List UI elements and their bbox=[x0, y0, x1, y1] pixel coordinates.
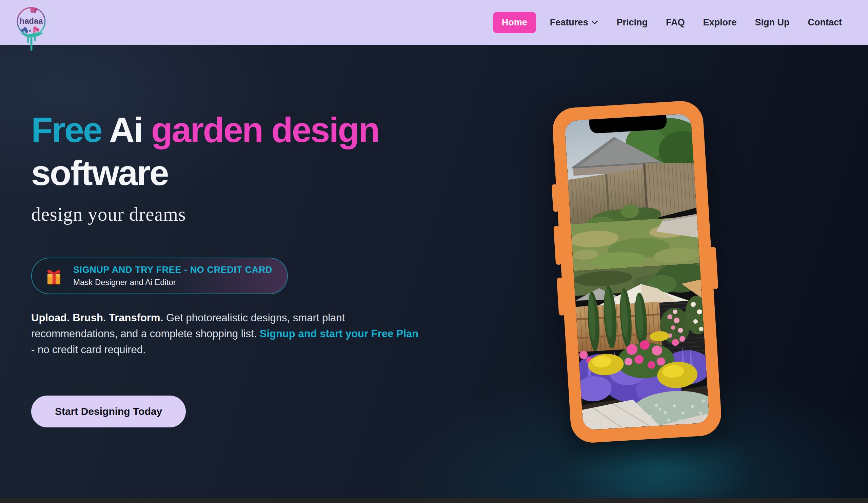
nav-item-features-label: Features bbox=[550, 17, 588, 28]
nav-item-home[interactable]: Home bbox=[493, 12, 536, 33]
gift-icon bbox=[43, 265, 64, 286]
nav-item-signup[interactable]: Sign Up bbox=[746, 12, 799, 33]
phone-volume-up-button bbox=[553, 226, 562, 265]
free-plan-link[interactable]: Signup and start your Free Plan bbox=[260, 328, 419, 339]
nav-item-contact[interactable]: Contact bbox=[799, 12, 851, 33]
main-nav: Home Features Pricing FAQ Explore Sign U… bbox=[493, 12, 868, 33]
start-designing-button[interactable]: Start Designing Today bbox=[31, 396, 186, 427]
promo-text: SIGNUP AND TRY FREE - NO CREDIT CARD Mas… bbox=[73, 265, 272, 287]
svg-text:hadaa: hadaa bbox=[20, 16, 43, 25]
promo-subtitle: Mask Designer and Ai Editor bbox=[73, 277, 272, 287]
title-software: software bbox=[31, 153, 168, 192]
next-section-edge bbox=[0, 498, 868, 503]
title-free: Free bbox=[31, 110, 102, 149]
nav-item-faq[interactable]: FAQ bbox=[657, 12, 694, 33]
title-ai: Ai bbox=[102, 110, 151, 149]
hero-description: Upload. Brush. Transform. Get photoreali… bbox=[31, 310, 421, 358]
phone-mockup bbox=[551, 99, 723, 444]
nav-item-explore[interactable]: Explore bbox=[694, 12, 746, 33]
phone-power-button bbox=[710, 247, 719, 290]
hadaa-logo-icon: hadaa bbox=[11, 6, 52, 64]
brand-logo[interactable]: hadaa bbox=[11, 6, 52, 64]
navbar: hadaa Home Features Pricing FAQ Explore … bbox=[0, 0, 868, 45]
after-photo bbox=[574, 263, 710, 430]
phone-mute-switch bbox=[552, 184, 559, 212]
page-title: Free Ai garden design software bbox=[31, 108, 431, 195]
hero-copy: Free Ai garden design software design yo… bbox=[31, 108, 431, 427]
hero-tagline: design your dreams bbox=[31, 203, 431, 225]
promo-title: SIGNUP AND TRY FREE - NO CREDIT CARD bbox=[73, 265, 272, 275]
before-photo bbox=[564, 113, 700, 271]
nav-item-pricing[interactable]: Pricing bbox=[607, 12, 657, 33]
desc-suffix: - no credit card required. bbox=[31, 344, 146, 356]
hero-section: Free Ai garden design software design yo… bbox=[0, 45, 868, 498]
desc-bold: Upload. Brush. Transform. bbox=[31, 312, 163, 324]
chevron-down-icon bbox=[591, 20, 598, 24]
title-garden-design: garden design bbox=[151, 110, 379, 149]
phone-screen bbox=[564, 113, 709, 430]
nav-item-features[interactable]: Features bbox=[541, 12, 608, 33]
phone-volume-down-button bbox=[557, 277, 565, 316]
promo-badge[interactable]: SIGNUP AND TRY FREE - NO CREDIT CARD Mas… bbox=[31, 258, 288, 294]
